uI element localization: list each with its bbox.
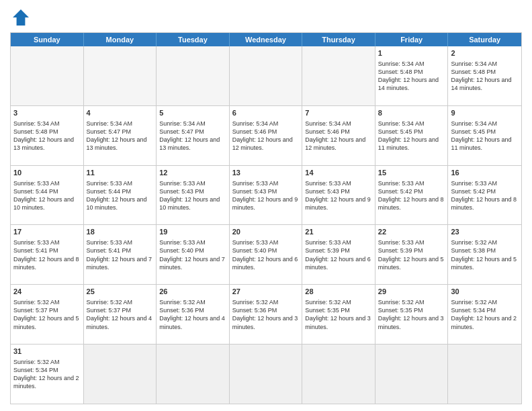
- day-number: 25: [87, 287, 154, 297]
- day-number: 4: [87, 108, 154, 118]
- calendar-cell: 6Sunrise: 5:34 AM Sunset: 5:46 PM Daylig…: [230, 106, 303, 165]
- day-info: Sunrise: 5:33 AM Sunset: 5:41 PM Dayligh…: [87, 239, 152, 270]
- calendar-row-2: 3Sunrise: 5:34 AM Sunset: 5:48 PM Daylig…: [11, 105, 521, 165]
- day-info: Sunrise: 5:34 AM Sunset: 5:48 PM Dayligh…: [451, 60, 511, 91]
- day-info: Sunrise: 5:34 AM Sunset: 5:45 PM Dayligh…: [451, 120, 511, 151]
- calendar: SundayMondayTuesdayWednesdayThursdayFrid…: [10, 32, 522, 404]
- calendar-cell: 14Sunrise: 5:33 AM Sunset: 5:43 PM Dayli…: [302, 166, 375, 225]
- calendar-cell: 8Sunrise: 5:34 AM Sunset: 5:45 PM Daylig…: [375, 106, 449, 165]
- calendar-cell: 1Sunrise: 5:34 AM Sunset: 5:48 PM Daylig…: [375, 46, 449, 105]
- day-info: Sunrise: 5:33 AM Sunset: 5:43 PM Dayligh…: [232, 180, 298, 211]
- day-info: Sunrise: 5:33 AM Sunset: 5:42 PM Dayligh…: [451, 180, 517, 211]
- calendar-cell: 11Sunrise: 5:33 AM Sunset: 5:44 PM Dayli…: [84, 166, 157, 225]
- calendar-cell: 28Sunrise: 5:32 AM Sunset: 5:35 PM Dayli…: [302, 285, 375, 344]
- calendar-cell: 17Sunrise: 5:33 AM Sunset: 5:41 PM Dayli…: [11, 225, 84, 284]
- calendar-body: 1Sunrise: 5:34 AM Sunset: 5:48 PM Daylig…: [11, 46, 521, 404]
- day-info: Sunrise: 5:33 AM Sunset: 5:39 PM Dayligh…: [305, 239, 371, 270]
- calendar-cell: [84, 345, 157, 404]
- day-number: 3: [13, 108, 81, 118]
- day-number: 22: [378, 227, 445, 237]
- day-info: Sunrise: 5:34 AM Sunset: 5:48 PM Dayligh…: [378, 60, 439, 91]
- day-number: 21: [305, 227, 372, 237]
- calendar-cell: 16Sunrise: 5:33 AM Sunset: 5:42 PM Dayli…: [448, 166, 521, 225]
- weekday-header-monday: Monday: [84, 33, 157, 46]
- weekday-header-thursday: Thursday: [302, 33, 375, 46]
- day-info: Sunrise: 5:33 AM Sunset: 5:44 PM Dayligh…: [87, 180, 147, 211]
- calendar-cell: [302, 345, 375, 404]
- day-number: 11: [87, 168, 154, 178]
- day-number: 14: [305, 168, 372, 178]
- calendar-cell: 24Sunrise: 5:32 AM Sunset: 5:37 PM Dayli…: [11, 285, 84, 344]
- day-number: 5: [159, 108, 226, 118]
- calendar-cell: 10Sunrise: 5:33 AM Sunset: 5:44 PM Dayli…: [11, 166, 84, 225]
- day-info: Sunrise: 5:32 AM Sunset: 5:35 PM Dayligh…: [305, 299, 371, 330]
- calendar-cell: 13Sunrise: 5:33 AM Sunset: 5:43 PM Dayli…: [230, 166, 303, 225]
- day-info: Sunrise: 5:32 AM Sunset: 5:36 PM Dayligh…: [159, 299, 225, 330]
- day-info: Sunrise: 5:33 AM Sunset: 5:42 PM Dayligh…: [378, 180, 444, 211]
- calendar-cell: 2Sunrise: 5:34 AM Sunset: 5:48 PM Daylig…: [448, 46, 521, 105]
- calendar-row-4: 17Sunrise: 5:33 AM Sunset: 5:41 PM Dayli…: [11, 224, 521, 284]
- day-number: 23: [451, 227, 519, 237]
- calendar-cell: [157, 46, 230, 105]
- day-number: 29: [378, 287, 445, 297]
- day-number: 15: [378, 168, 445, 178]
- day-number: 31: [13, 347, 81, 357]
- day-number: 27: [232, 287, 300, 297]
- calendar-cell: 5Sunrise: 5:34 AM Sunset: 5:47 PM Daylig…: [157, 106, 230, 165]
- day-number: 28: [305, 287, 372, 297]
- calendar-cell: 15Sunrise: 5:33 AM Sunset: 5:42 PM Dayli…: [375, 166, 449, 225]
- calendar-cell: [230, 345, 303, 404]
- calendar-cell: 18Sunrise: 5:33 AM Sunset: 5:41 PM Dayli…: [84, 225, 157, 284]
- page: SundayMondayTuesdayWednesdayThursdayFrid…: [0, 0, 532, 411]
- calendar-cell: [448, 345, 521, 404]
- calendar-cell: 26Sunrise: 5:32 AM Sunset: 5:36 PM Dayli…: [157, 285, 230, 344]
- day-number: 9: [451, 108, 519, 118]
- calendar-cell: 9Sunrise: 5:34 AM Sunset: 5:45 PM Daylig…: [448, 106, 521, 165]
- day-number: 8: [378, 108, 445, 118]
- day-number: 18: [87, 227, 154, 237]
- calendar-cell: [375, 345, 449, 404]
- day-info: Sunrise: 5:34 AM Sunset: 5:48 PM Dayligh…: [13, 120, 74, 151]
- day-info: Sunrise: 5:33 AM Sunset: 5:40 PM Dayligh…: [232, 239, 298, 270]
- weekday-header-friday: Friday: [375, 33, 449, 46]
- day-info: Sunrise: 5:32 AM Sunset: 5:38 PM Dayligh…: [451, 239, 517, 270]
- calendar-row-5: 24Sunrise: 5:32 AM Sunset: 5:37 PM Dayli…: [11, 284, 521, 344]
- day-number: 1: [378, 48, 445, 58]
- day-info: Sunrise: 5:32 AM Sunset: 5:37 PM Dayligh…: [13, 299, 79, 330]
- calendar-cell: 25Sunrise: 5:32 AM Sunset: 5:37 PM Dayli…: [84, 285, 157, 344]
- calendar-cell: 21Sunrise: 5:33 AM Sunset: 5:39 PM Dayli…: [302, 225, 375, 284]
- calendar-cell: 23Sunrise: 5:32 AM Sunset: 5:38 PM Dayli…: [448, 225, 521, 284]
- day-info: Sunrise: 5:33 AM Sunset: 5:44 PM Dayligh…: [13, 180, 74, 211]
- day-number: 7: [305, 108, 372, 118]
- calendar-cell: [84, 46, 157, 105]
- day-number: 6: [232, 108, 300, 118]
- day-number: 30: [451, 287, 519, 297]
- header: [10, 7, 522, 28]
- day-info: Sunrise: 5:32 AM Sunset: 5:36 PM Dayligh…: [232, 299, 298, 330]
- day-info: Sunrise: 5:34 AM Sunset: 5:47 PM Dayligh…: [159, 120, 220, 151]
- calendar-row-1: 1Sunrise: 5:34 AM Sunset: 5:48 PM Daylig…: [11, 46, 521, 105]
- calendar-cell: 22Sunrise: 5:33 AM Sunset: 5:39 PM Dayli…: [375, 225, 449, 284]
- calendar-cell: 31Sunrise: 5:32 AM Sunset: 5:34 PM Dayli…: [11, 345, 84, 404]
- day-info: Sunrise: 5:34 AM Sunset: 5:47 PM Dayligh…: [87, 120, 147, 151]
- logo: [10, 7, 34, 28]
- calendar-cell: 27Sunrise: 5:32 AM Sunset: 5:36 PM Dayli…: [230, 285, 303, 344]
- calendar-cell: [11, 46, 84, 105]
- day-number: 12: [159, 168, 226, 178]
- calendar-cell: 29Sunrise: 5:32 AM Sunset: 5:35 PM Dayli…: [375, 285, 449, 344]
- calendar-cell: 20Sunrise: 5:33 AM Sunset: 5:40 PM Dayli…: [230, 225, 303, 284]
- day-number: 24: [13, 287, 81, 297]
- weekday-header-tuesday: Tuesday: [157, 33, 230, 46]
- day-number: 10: [13, 168, 81, 178]
- calendar-cell: [157, 345, 230, 404]
- calendar-cell: [230, 46, 303, 105]
- day-number: 16: [451, 168, 519, 178]
- weekday-header-wednesday: Wednesday: [230, 33, 303, 46]
- day-info: Sunrise: 5:33 AM Sunset: 5:43 PM Dayligh…: [305, 180, 371, 211]
- calendar-header: SundayMondayTuesdayWednesdayThursdayFrid…: [11, 33, 521, 46]
- day-info: Sunrise: 5:34 AM Sunset: 5:46 PM Dayligh…: [232, 120, 293, 151]
- day-info: Sunrise: 5:32 AM Sunset: 5:34 PM Dayligh…: [13, 359, 79, 390]
- day-info: Sunrise: 5:32 AM Sunset: 5:37 PM Dayligh…: [87, 299, 152, 330]
- calendar-cell: 4Sunrise: 5:34 AM Sunset: 5:47 PM Daylig…: [84, 106, 157, 165]
- day-number: 13: [232, 168, 300, 178]
